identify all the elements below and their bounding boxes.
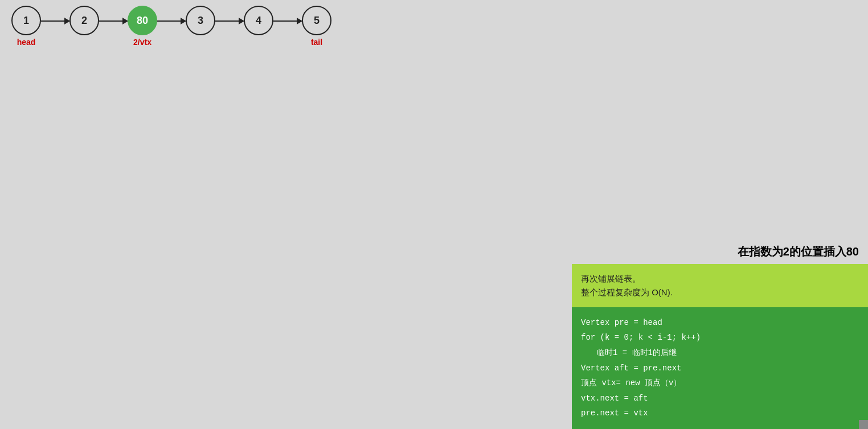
node-5-value: 5 [314, 15, 320, 27]
code-box: Vertex pre = head for (k = 0; k < i-1; k… [572, 307, 868, 429]
node-1-label: head [17, 38, 36, 47]
node-4-label [257, 38, 260, 47]
node-5-circle: 5 [302, 6, 331, 35]
node-80-wrapper: 80 2/vtx [128, 6, 157, 47]
node-2-wrapper: 2 [69, 6, 99, 47]
node-1-circle: 1 [11, 6, 41, 35]
code-line-3: 临时1 = 临时1的后继 [581, 345, 859, 361]
scroll-indicator[interactable] [859, 420, 868, 429]
code-line-2: for (k = 0; k < i-1; k++) [581, 330, 859, 345]
arrow-line-4-5 [273, 20, 302, 22]
node-1-wrapper: 1 head [11, 6, 41, 47]
node-3-circle: 3 [186, 6, 215, 35]
node-80-circle: 80 [128, 6, 157, 35]
arrow-2-80 [99, 20, 128, 22]
node-2-circle: 2 [69, 6, 99, 35]
node-4-circle: 4 [244, 6, 273, 35]
code-line-7: pre.next = vtx [581, 406, 859, 421]
description-box: 再次铺展链表。 整个过程复杂度为 O(N). [572, 264, 868, 307]
description-line1: 再次铺展链表。 [581, 272, 859, 286]
arrow-line-1-2 [41, 20, 69, 22]
panel-title-text: 在指数为2的位置插入80 [738, 245, 859, 258]
arrow-3-4 [215, 20, 244, 22]
panel-title: 在指数为2的位置插入80 [572, 240, 868, 264]
node-3-value: 3 [198, 15, 203, 27]
node-80-label: 2/vtx [133, 38, 152, 47]
code-line-1: Vertex pre = head [581, 315, 859, 331]
arrow-1-2 [41, 20, 69, 22]
arrow-80-3 [157, 20, 186, 22]
code-line-5: 顶点 vtx= new 顶点（v） [581, 376, 859, 391]
node-4-value: 4 [256, 15, 261, 27]
linked-list: 1 head 2 80 2/vtx 3 4 [11, 6, 331, 47]
arrow-line-3-4 [215, 20, 244, 22]
code-line-4: Vertex aft = pre.next [581, 361, 859, 376]
arrow-4-5 [273, 20, 302, 22]
node-1-value: 1 [23, 15, 29, 27]
code-line-6: vtx.next = aft [581, 391, 859, 406]
node-80-value: 80 [137, 15, 148, 27]
arrow-line-80-3 [157, 20, 186, 22]
node-3-wrapper: 3 [186, 6, 215, 47]
node-4-wrapper: 4 [244, 6, 273, 47]
node-5-label: tail [311, 38, 322, 47]
description-line2: 整个过程复杂度为 O(N). [581, 286, 859, 299]
node-5-wrapper: 5 tail [302, 6, 331, 47]
right-panel: 在指数为2的位置插入80 再次铺展链表。 整个过程复杂度为 O(N). Vert… [572, 240, 868, 429]
node-2-value: 2 [81, 15, 87, 27]
arrow-line-2-80 [99, 20, 128, 22]
node-3-label [199, 38, 202, 47]
node-2-label [83, 38, 85, 47]
